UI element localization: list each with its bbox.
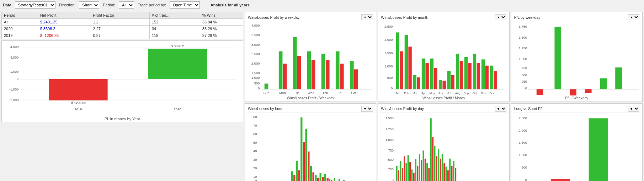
cell-wins: 36.84 % [200, 19, 243, 26]
svg-text:2,500: 2,500 [251, 52, 260, 56]
svg-rect-205 [449, 159, 451, 181]
svg-rect-15 [148, 49, 207, 79]
chart-weekday-dropdown[interactable]: ▾ [361, 14, 373, 20]
svg-rect-134 [315, 175, 316, 181]
svg-rect-125 [303, 142, 305, 181]
svg-rect-73 [468, 63, 472, 89]
svg-rect-104 [585, 89, 592, 93]
col-net-profit: Net Profit [38, 12, 91, 19]
svg-rect-71 [460, 61, 463, 89]
svg-text:2,000: 2,000 [384, 38, 393, 42]
chart-pl-weekday-dropdown[interactable]: ▾ [628, 14, 639, 20]
svg-rect-78 [490, 66, 493, 89]
svg-text:0: 0 [255, 179, 257, 181]
svg-text:$ 3698.2: $ 3698.2 [171, 44, 184, 48]
svg-rect-74 [473, 54, 476, 89]
cell-profit-factor: 2.27 [91, 26, 149, 32]
svg-text:Apr: Apr [421, 92, 426, 95]
svg-text:Fri: Fri [337, 91, 341, 95]
svg-text:500: 500 [387, 76, 393, 79]
svg-text:1,000: 1,000 [384, 65, 393, 68]
svg-text:4,000: 4,000 [10, 45, 18, 49]
chart-long-short-dropdown[interactable]: ▾ [628, 106, 639, 112]
svg-rect-197 [434, 146, 436, 181]
svg-text:0: 0 [391, 87, 393, 90]
year-chart-title: PL in money by Year [5, 117, 240, 121]
cell-net-profit: $ 2491.35 [38, 19, 91, 26]
svg-rect-72 [464, 57, 468, 89]
svg-rect-66 [439, 80, 442, 89]
svg-text:Thu: Thu [322, 91, 328, 95]
cell-trades: 152 [149, 19, 200, 26]
svg-rect-58 [405, 35, 408, 89]
cell-wins: 35.29 % [200, 26, 243, 32]
svg-text:4,000: 4,000 [251, 24, 260, 27]
svg-rect-77 [485, 66, 489, 89]
svg-text:1,000: 1,000 [251, 76, 260, 79]
svg-text:2019: 2019 [75, 108, 82, 111]
svg-rect-62 [422, 59, 425, 89]
svg-text:250: 250 [521, 80, 527, 83]
svg-rect-180 [402, 168, 403, 181]
svg-rect-133 [293, 175, 295, 181]
svg-text:1,750: 1,750 [518, 25, 527, 28]
chart-month-profit: Wins/Losses Profit by month ▾ 2,500 2,00… [378, 12, 509, 102]
chart-day-dropdown[interactable]: ▾ [495, 106, 506, 112]
chart-pl-weekday: P/L by weekday ▾ 1,750 1,500 1,250 1,000… [511, 12, 643, 102]
svg-rect-124 [300, 117, 302, 181]
svg-text:2,000: 2,000 [251, 62, 260, 65]
col-profit-factor: Profit Factor [91, 12, 149, 19]
svg-rect-67 [443, 81, 446, 89]
svg-rect-218 [550, 179, 569, 181]
cell-period: 2019 [2, 32, 38, 39]
svg-text:60: 60 [253, 132, 257, 136]
svg-text:May: May [430, 92, 435, 95]
data-table: Period Net Profit Profit Factor # of tra… [1, 12, 243, 39]
chart-long-short-svg: 2,500 2,000 1,500 1,000 500 0 Long P/L S… [513, 114, 641, 181]
table-row: 2020 $ 3698.2 2.27 34 35.29 % [2, 26, 243, 32]
svg-text:Oct: Oct [473, 92, 477, 95]
svg-text:-2,000: -2,000 [9, 98, 18, 102]
svg-rect-135 [317, 178, 319, 181]
col-trades: # of trad... [149, 12, 200, 19]
svg-text:1,000: 1,000 [385, 138, 394, 142]
chart-weekday-header: Wins/Losses Profit by weekday ▾ [246, 13, 374, 21]
svg-text:2,500: 2,500 [518, 116, 527, 120]
svg-rect-76 [481, 59, 485, 89]
cell-period: All [2, 19, 38, 26]
svg-text:-$ 1206.85: -$ 1206.85 [70, 101, 86, 105]
svg-rect-59 [409, 46, 412, 89]
svg-text:0: 0 [525, 87, 527, 90]
svg-rect-183 [408, 155, 409, 181]
chart-hour-svg: 80 70 60 50 40 30 20 10 0 [246, 114, 374, 181]
direction-select[interactable]: Short [79, 1, 99, 9]
svg-text:Sun: Sun [264, 91, 270, 95]
svg-rect-137 [322, 177, 324, 181]
svg-rect-64 [430, 59, 433, 89]
chart-month-dropdown[interactable]: ▾ [495, 14, 506, 20]
chart-hour-dropdown[interactable]: ▾ [361, 106, 373, 112]
svg-rect-132 [291, 171, 293, 181]
svg-rect-182 [406, 163, 407, 181]
svg-rect-63 [426, 63, 429, 89]
svg-text:Dec: Dec [489, 92, 494, 95]
chart-long-short-header: Long vs Short P/L ▾ [513, 105, 641, 113]
svg-text:Tue: Tue [294, 91, 300, 95]
svg-rect-191 [423, 150, 424, 181]
svg-text:Aug: Aug [455, 92, 460, 95]
trade-period-label: Trade period by: [138, 3, 166, 7]
svg-rect-204 [447, 170, 449, 181]
svg-rect-32 [293, 37, 297, 89]
strategy-select[interactable]: StrategyTester01 [15, 1, 55, 9]
trade-period-select[interactable]: Open Time [170, 1, 200, 9]
svg-text:1,250: 1,250 [385, 127, 394, 131]
svg-rect-207 [453, 161, 454, 181]
svg-text:250: 250 [388, 168, 394, 171]
svg-text:1,000: 1,000 [10, 70, 18, 73]
svg-text:0: 0 [17, 77, 18, 81]
svg-text:750: 750 [521, 66, 527, 70]
cell-wins: 37.29 % [200, 32, 243, 39]
svg-text:0: 0 [525, 178, 527, 181]
period-select[interactable]: All [119, 1, 134, 9]
svg-text:Sat: Sat [351, 91, 356, 95]
